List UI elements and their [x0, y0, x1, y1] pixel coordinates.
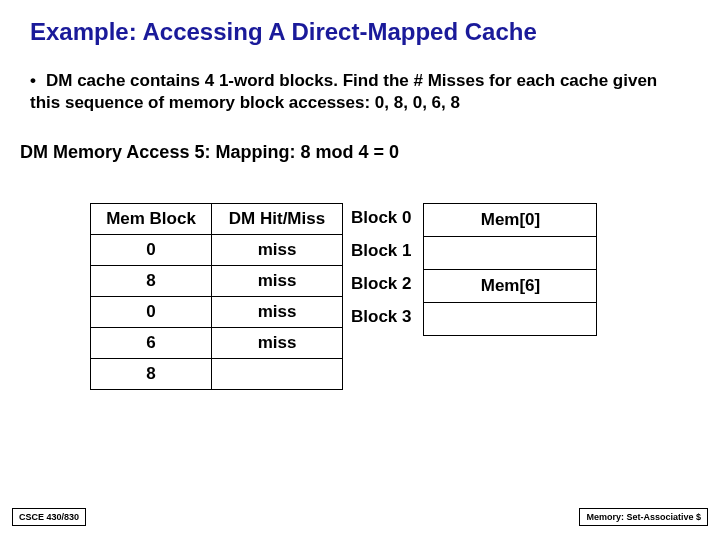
bullet-dot: •	[30, 70, 46, 92]
bullet-content: DM cache contains 4 1-word blocks. Find …	[30, 71, 657, 112]
cell-hitmiss: miss	[212, 328, 343, 359]
cell-memblock: 6	[91, 328, 212, 359]
block-label: Block 0	[349, 203, 411, 236]
cell-hitmiss: miss	[212, 266, 343, 297]
cell-memblock: 8	[91, 359, 212, 390]
cache-cell: Mem[6]	[424, 270, 597, 303]
cell-memblock: 0	[91, 235, 212, 266]
access-table: Mem Block DM Hit/Miss 0 miss 8 miss 0 mi…	[90, 203, 343, 390]
bullet-text: •DM cache contains 4 1-word blocks. Find…	[0, 56, 720, 114]
cache-table: Mem[0] Mem[6]	[423, 203, 597, 336]
block-label: Block 1	[349, 236, 411, 269]
table-row: 0 miss	[91, 297, 343, 328]
block-label: Block 2	[349, 269, 411, 302]
cell-memblock: 8	[91, 266, 212, 297]
tables-area: Mem Block DM Hit/Miss 0 miss 8 miss 0 mi…	[0, 163, 720, 390]
table-row: 6 miss	[91, 328, 343, 359]
cell-memblock: 0	[91, 297, 212, 328]
table-row: 8 miss	[91, 266, 343, 297]
footer-left: CSCE 430/830	[12, 508, 86, 526]
subheading: DM Memory Access 5: Mapping: 8 mod 4 = 0	[0, 114, 720, 163]
header-hitmiss: DM Hit/Miss	[212, 204, 343, 235]
slide-title: Example: Accessing A Direct-Mapped Cache	[0, 0, 720, 56]
footer-right: Memory: Set-Associative $	[579, 508, 708, 526]
block-label: Block 3	[349, 302, 411, 335]
cell-hitmiss: miss	[212, 297, 343, 328]
cache-cell	[424, 237, 597, 270]
header-memblock: Mem Block	[91, 204, 212, 235]
table-row: 8	[91, 359, 343, 390]
block-labels: Block 0 Block 1 Block 2 Block 3	[349, 203, 411, 335]
cell-hitmiss	[212, 359, 343, 390]
table-row: 0 miss	[91, 235, 343, 266]
cache-cell	[424, 303, 597, 336]
cache-cell: Mem[0]	[424, 204, 597, 237]
cell-hitmiss: miss	[212, 235, 343, 266]
